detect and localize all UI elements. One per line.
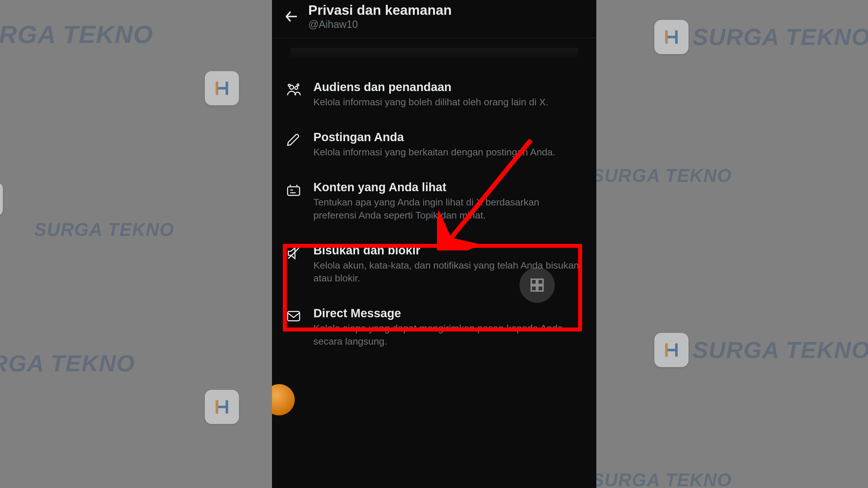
mute-icon bbox=[286, 245, 302, 261]
watermark-text: SURGA TEKNO bbox=[592, 469, 732, 488]
svg-point-3 bbox=[297, 84, 299, 86]
screen-header: Privasi dan keamanan @Aihaw10 bbox=[272, 0, 596, 38]
item-title: Konten yang Anda lihat bbox=[313, 180, 583, 194]
arrow-left-icon bbox=[284, 9, 299, 24]
phone-screenshot: Privasi dan keamanan @Aihaw10 Audiens da… bbox=[272, 0, 596, 488]
svg-rect-4 bbox=[288, 187, 300, 195]
audience-icon bbox=[286, 82, 302, 98]
item-description: Kelola informasi yang berkaitan dengan p… bbox=[313, 146, 583, 159]
watermark-logo-icon bbox=[0, 182, 3, 216]
content-icon bbox=[286, 182, 302, 198]
item-title: Bisukan dan blokir bbox=[313, 244, 583, 257]
item-audience-tagging[interactable]: Audiens dan penandaan Kelola informasi y… bbox=[272, 69, 596, 120]
watermark-logo-icon bbox=[205, 71, 239, 105]
settings-list: Audiens dan penandaan Kelola informasi y… bbox=[272, 38, 596, 359]
watermark-logo-icon bbox=[654, 20, 688, 54]
assistive-touch-button[interactable] bbox=[520, 268, 555, 303]
item-title: Postingan Anda bbox=[313, 130, 583, 144]
mail-icon bbox=[286, 308, 302, 324]
account-handle: @Aihaw10 bbox=[308, 19, 452, 30]
svg-rect-10 bbox=[538, 286, 543, 291]
watermark-logo-icon bbox=[205, 390, 239, 424]
watermark-text: SURGA TEKNO bbox=[0, 350, 135, 377]
svg-point-1 bbox=[295, 87, 298, 89]
watermark-logo-icon bbox=[654, 333, 688, 367]
svg-rect-9 bbox=[531, 286, 536, 291]
item-direct-message[interactable]: Direct Message Kelola siapa yang dapat m… bbox=[272, 296, 596, 359]
truncated-section-header bbox=[272, 44, 596, 69]
item-content-you-see[interactable]: Konten yang Anda lihat Tentukan apa yang… bbox=[272, 170, 596, 233]
watermark-text: SURGA TEKNO bbox=[692, 24, 868, 50]
item-description: Tentukan apa yang Anda ingin lihat di X … bbox=[313, 196, 583, 222]
watermark-text: SURGA TEKNO bbox=[34, 219, 175, 240]
svg-rect-8 bbox=[538, 279, 543, 284]
item-your-posts[interactable]: Postingan Anda Kelola informasi yang ber… bbox=[272, 120, 596, 170]
watermark-text: SURGA TEKNO bbox=[692, 337, 868, 363]
watermark-text: SURGA TEKNO bbox=[0, 20, 153, 49]
item-title: Audiens dan penandaan bbox=[313, 80, 583, 94]
page-title: Privasi dan keamanan bbox=[308, 2, 452, 18]
decorative-blob bbox=[272, 384, 295, 416]
item-description: Kelola siapa yang dapat mengirimkan pesa… bbox=[313, 322, 583, 348]
svg-point-2 bbox=[288, 84, 290, 86]
item-title: Direct Message bbox=[313, 306, 583, 320]
back-button[interactable] bbox=[282, 7, 301, 26]
watermark-text: SURGA TEKNO bbox=[592, 165, 732, 186]
grid-icon bbox=[528, 276, 546, 294]
item-description: Kelola informasi yang boleh dilihat oleh… bbox=[313, 96, 583, 109]
svg-rect-5 bbox=[288, 312, 300, 321]
svg-rect-7 bbox=[531, 279, 536, 284]
pencil-icon bbox=[286, 132, 302, 148]
